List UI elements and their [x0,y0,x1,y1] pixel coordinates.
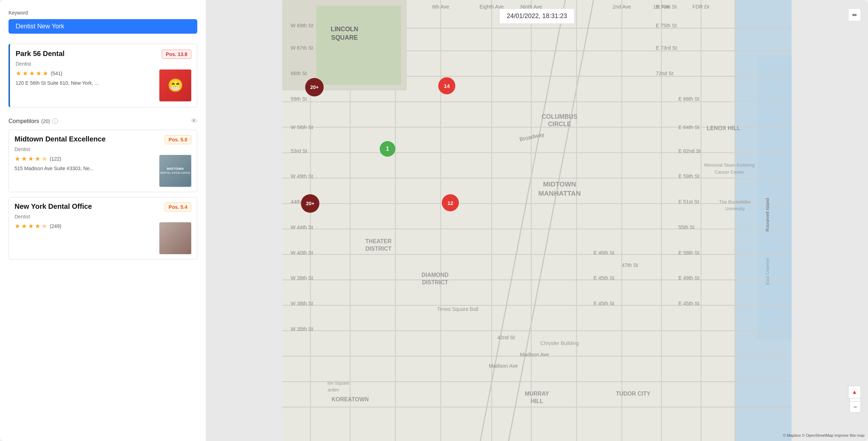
svg-text:CIRCLE: CIRCLE [548,121,571,128]
svg-text:W 35th St: W 35th St [291,326,313,332]
competitor-2-type: Dentist [15,214,191,219]
competitor-1-image: MIDTOWN DENTAL EXCELLENCE [159,155,191,187]
svg-text:Madison Ave: Madison Ave [520,352,549,357]
star-3: ★ [29,69,35,77]
map-attribution: © Mapbox © OpenStreetMap Improve this ma… [783,433,864,437]
svg-text:Memorial Sloan Kettering: Memorial Sloan Kettering [704,162,755,168]
svg-text:LENOX HILL: LENOX HILL [707,125,740,131]
main-result-card[interactable]: Park 56 Dental Pos. 13.8 Dentist ★ ★ ★ ★… [9,44,197,107]
svg-text:6th Ave: 6th Ave [432,4,449,10]
svg-text:E 64th St: E 64th St [679,124,699,130]
svg-text:HILL: HILL [531,398,543,404]
star-1: ★ [16,69,21,77]
svg-text:TUDOR CITY: TUDOR CITY [616,391,650,397]
svg-text:Roosevelt Island: Roosevelt Island [765,198,770,231]
svg-text:E 68th St: E 68th St [679,96,699,102]
svg-text:Chrysler Building: Chrysler Building [540,340,579,346]
svg-text:The Rockefeller: The Rockefeller [719,199,751,205]
map-marker-20plus-lower[interactable]: 20+ [301,194,319,213]
competitor-card-2[interactable]: New York Dental Office Pos. 5.4 Dentist … [9,197,197,259]
competitor-2-stars: ★ ★ ★ ★ ★ (249) [15,222,155,230]
map-edit-icon[interactable]: ✏ [848,9,861,21]
map-marker-14[interactable]: 14 [438,77,455,94]
svg-text:DIAMOND: DIAMOND [422,272,449,278]
svg-text:arden: arden [328,387,339,392]
svg-text:MURRAY: MURRAY [525,391,549,397]
competitor-1-address: 515 Madison Ave Suite #3303, Ne... [15,166,155,171]
competitor-1-review-count: (122) [50,156,61,162]
competitors-title: Competitors (20) i [9,118,58,124]
svg-text:53rd St: 53rd St [291,148,307,154]
competitor-card-1[interactable]: Midtown Dental Excellence Pos. 5.0 Denti… [9,130,197,192]
svg-rect-2 [758,56,792,339]
svg-text:Cancer Center: Cancer Center [715,169,745,175]
svg-text:E 46th St: E 46th St [593,250,614,256]
main-result-image [159,69,191,101]
svg-text:DISTRICT: DISTRICT [422,279,448,285]
star-2: ★ [22,69,28,77]
svg-text:55th St: 55th St [679,224,694,230]
svg-text:E 49th St: E 49th St [679,275,699,281]
svg-text:MANHATTAN: MANHATTAN [538,190,581,197]
main-result-review-count: (541) [51,71,62,76]
competitor-2-name: New York Dental Office [15,202,92,211]
left-panel: Keyword Dentist New York Park 56 Dental … [0,0,206,441]
svg-text:Madison Ave: Madison Ave [489,363,518,369]
star-4: ★ [36,69,42,77]
map-timestamp: 24/01/2022, 18:31:23 [499,9,575,24]
svg-text:W 39th St: W 39th St [291,275,313,281]
star-5-half: ★ [43,69,48,77]
svg-text:DISTRICT: DISTRICT [366,246,392,252]
svg-text:E 59th St: E 59th St [679,173,699,179]
svg-text:E 45th St: E 45th St [593,275,614,281]
svg-text:42nd St: 42nd St [497,335,515,340]
main-result-name: Park 56 Dental [16,50,65,58]
competitor-2-review-count: (249) [50,223,61,229]
svg-text:lon Square: lon Square [328,380,350,386]
svg-text:E 75th St: E 75th St [656,23,677,28]
svg-text:E 73rd St: E 73rd St [656,45,677,51]
svg-rect-33 [316,6,401,85]
map-marker-20plus-upper[interactable]: 20+ [305,78,324,96]
svg-text:MIDTOWN: MIDTOWN [543,180,576,188]
svg-text:E 77th St: E 77th St [656,4,677,10]
competitors-eye-icon[interactable]: 👁 [191,117,197,125]
svg-text:LINCOLN: LINCOLN [331,26,358,33]
svg-text:E 45th St: E 45th St [593,301,614,306]
svg-text:East Channel: East Channel [765,258,770,285]
svg-text:SQUARE: SQUARE [331,34,358,41]
svg-text:E 62nd St: E 62nd St [679,148,701,154]
svg-text:E 51st St: E 51st St [679,199,699,205]
svg-text:FDR Dr: FDR Dr [692,4,710,10]
svg-text:University: University [725,206,745,211]
competitors-info-icon[interactable]: i [52,118,58,124]
competitors-header: Competitors (20) i 👁 [9,117,197,125]
svg-text:2nd Ave: 2nd Ave [612,4,631,10]
map-marker-1[interactable]: 1 [380,141,395,157]
competitor-1-position: Pos. 5.0 [165,135,191,144]
svg-text:W 38th St: W 38th St [291,301,313,306]
zoom-out-button[interactable]: − [850,401,861,413]
keyword-label: Keyword [9,10,197,16]
svg-text:59th St: 59th St [291,96,307,102]
competitor-1-name: Midtown Dental Excellence [15,135,106,143]
main-result-position: Pos. 13.8 [162,50,191,59]
main-result-type: Dentist [16,61,191,67]
svg-text:72nd St: 72nd St [656,71,673,76]
svg-text:W 56th St: W 56th St [291,124,313,130]
svg-text:W 69th St: W 69th St [291,23,313,28]
map-compass[interactable]: ▲ [848,386,861,398]
competitor-2-image [159,222,191,254]
competitor-2-position: Pos. 5.4 [165,202,191,212]
keyword-badge[interactable]: Dentist New York [9,19,197,34]
map-background: LINCOLN SQUARE W 69th St W 67th St 66th … [206,0,868,441]
svg-text:E 58th St: E 58th St [679,250,699,256]
svg-text:E 45th St: E 45th St [679,301,699,306]
map-marker-12[interactable]: 12 [442,194,459,211]
svg-text:66th St: 66th St [291,71,307,76]
svg-text:W 49th St: W 49th St [291,173,313,179]
map-panel[interactable]: LINCOLN SQUARE W 69th St W 67th St 66th … [206,0,868,441]
svg-text:Times Square Ball: Times Square Ball [437,306,478,312]
competitor-1-stars: ★ ★ ★ ★ ★ (122) [15,155,155,163]
svg-text:THEATER: THEATER [365,238,392,244]
